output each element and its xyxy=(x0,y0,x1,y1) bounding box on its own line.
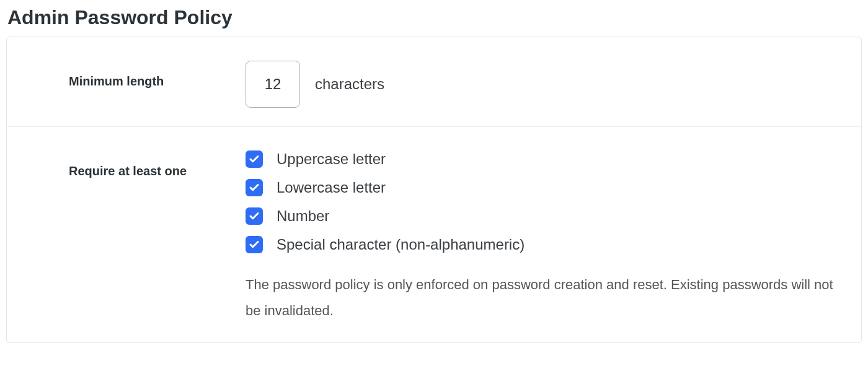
checkbox-label-uppercase: Uppercase letter xyxy=(277,150,386,168)
check-icon xyxy=(249,182,260,193)
min-length-label: Minimum length xyxy=(25,56,246,108)
require-section: Require at least one Uppercase letter Lo… xyxy=(7,126,861,342)
password-policy-panel: Minimum length characters Require at lea… xyxy=(6,37,862,343)
checkbox-row-uppercase: Uppercase letter xyxy=(246,150,843,168)
policy-help-text: The password policy is only enforced on … xyxy=(246,272,841,324)
check-icon xyxy=(249,154,260,165)
checkbox-special[interactable] xyxy=(246,236,263,253)
checkbox-row-lowercase: Lowercase letter xyxy=(246,179,843,196)
check-icon xyxy=(249,211,260,222)
checkbox-uppercase[interactable] xyxy=(246,150,263,168)
checkbox-lowercase[interactable] xyxy=(246,179,263,196)
min-length-section: Minimum length characters xyxy=(7,37,861,126)
min-length-input[interactable] xyxy=(246,61,300,108)
page-title: Admin Password Policy xyxy=(7,6,862,29)
checkbox-row-number: Number xyxy=(246,207,843,225)
checkbox-label-lowercase: Lowercase letter xyxy=(277,179,386,196)
checkbox-label-number: Number xyxy=(277,207,329,225)
require-label: Require at least one xyxy=(25,146,246,324)
check-icon xyxy=(249,239,260,250)
min-length-unit: characters xyxy=(315,76,384,93)
checkbox-row-special: Special character (non-alphanumeric) xyxy=(246,236,843,253)
checkbox-label-special: Special character (non-alphanumeric) xyxy=(277,236,525,253)
checkbox-number[interactable] xyxy=(246,207,263,225)
